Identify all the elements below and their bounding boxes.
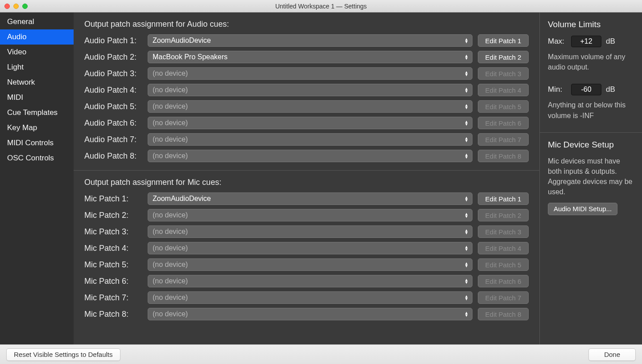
mic-patch-device-select-6[interactable]: (no device)▲▼ <box>148 275 472 287</box>
mic-patch-device-value-3: (no device) <box>153 228 188 236</box>
window-close-button[interactable] <box>4 4 10 9</box>
sidebar-item-cue-templates[interactable]: Cue Templates <box>0 105 74 120</box>
audio-patch-device-value-5: (no device) <box>153 102 188 110</box>
mic-patch-device-value-1: ZoomAudioDevice <box>153 195 211 203</box>
audio-patch-device-select-2[interactable]: MacBook Pro Speakers▲▼ <box>148 51 472 63</box>
window-title: Untitled Workspace 1 — Settings <box>0 3 642 10</box>
stepper-icon: ▲▼ <box>464 153 468 159</box>
sidebar-item-midi-controls[interactable]: MIDI Controls <box>0 135 74 151</box>
footer: Reset Visible Settings to Defaults Done <box>0 344 642 364</box>
audio-patch-row-8: Audio Patch 8:(no device)▲▼Edit Patch 8 <box>84 150 529 162</box>
mic-patch-label-8: Mic Patch 8: <box>84 310 142 319</box>
mic-patch-label-1: Mic Patch 1: <box>84 194 142 204</box>
stepper-icon: ▲▼ <box>464 278 468 284</box>
audio-patch-label-7: Audio Patch 7: <box>84 135 142 144</box>
mic-patch-edit-button-6: Edit Patch 6 <box>478 275 529 287</box>
audio-patch-label-6: Audio Patch 6: <box>84 119 142 128</box>
sidebar-item-audio[interactable]: Audio <box>0 29 74 45</box>
stepper-icon: ▲▼ <box>464 295 468 300</box>
audio-patch-label-4: Audio Patch 4: <box>84 86 142 95</box>
volume-max-label: Max: <box>548 37 567 46</box>
mic-patch-row-5: Mic Patch 5:(no device)▲▼Edit Patch 5 <box>84 258 529 271</box>
right-panel: Volume Limits Max: dB Maximum volume of … <box>539 12 642 344</box>
audio-patch-edit-button-5: Edit Patch 5 <box>478 100 529 113</box>
audio-patch-row-7: Audio Patch 7:(no device)▲▼Edit Patch 7 <box>84 133 529 146</box>
mic-patch-label-5: Mic Patch 5: <box>84 260 142 270</box>
audio-patch-device-select-1[interactable]: ZoomAudioDevice▲▼ <box>148 34 472 47</box>
mic-patch-device-value-8: (no device) <box>153 310 188 318</box>
stepper-icon: ▲▼ <box>464 104 468 109</box>
stepper-icon: ▲▼ <box>464 245 468 251</box>
mic-section-title: Output patch assignment for Mic cues: <box>84 178 529 187</box>
mic-patch-label-6: Mic Patch 6: <box>84 277 142 286</box>
mic-patch-device-select-7[interactable]: (no device)▲▼ <box>148 291 472 304</box>
mic-patch-label-3: Mic Patch 3: <box>84 227 142 237</box>
mic-setup-title: Mic Device Setup <box>548 140 634 150</box>
reset-defaults-button[interactable]: Reset Visible Settings to Defaults <box>6 348 120 361</box>
audio-section-title: Output patch assignment for Audio cues: <box>84 20 529 29</box>
window-minimize-button[interactable] <box>13 4 19 9</box>
done-button[interactable]: Done <box>588 348 636 361</box>
mic-patch-device-select-8[interactable]: (no device)▲▼ <box>148 308 472 320</box>
mic-patch-row-1: Mic Patch 1:ZoomAudioDevice▲▼Edit Patch … <box>84 192 529 205</box>
section-divider <box>74 170 539 171</box>
mic-patch-device-value-4: (no device) <box>153 244 188 252</box>
audio-patch-device-select-7[interactable]: (no device)▲▼ <box>148 133 472 146</box>
audio-patch-device-value-6: (no device) <box>153 119 188 127</box>
mic-patch-device-select-3[interactable]: (no device)▲▼ <box>148 225 472 238</box>
audio-patch-device-select-6[interactable]: (no device)▲▼ <box>148 117 472 129</box>
sidebar-item-general[interactable]: General <box>0 14 74 29</box>
volume-min-input[interactable] <box>571 84 601 95</box>
audio-patch-edit-button-7: Edit Patch 7 <box>478 133 529 146</box>
mic-patch-device-select-2[interactable]: (no device)▲▼ <box>148 209 472 221</box>
stepper-icon: ▲▼ <box>464 229 468 234</box>
mic-patch-label-2: Mic Patch 2: <box>84 211 142 220</box>
mic-patch-device-select-4[interactable]: (no device)▲▼ <box>148 242 472 254</box>
mic-patch-row-6: Mic Patch 6:(no device)▲▼Edit Patch 6 <box>84 275 529 287</box>
mic-patch-row-2: Mic Patch 2:(no device)▲▼Edit Patch 2 <box>84 209 529 221</box>
window-zoom-button[interactable] <box>22 4 28 9</box>
sidebar-item-light[interactable]: Light <box>0 60 74 75</box>
sidebar-item-key-map[interactable]: Key Map <box>0 120 74 135</box>
audio-patch-device-select-4[interactable]: (no device)▲▼ <box>148 84 472 96</box>
audio-patch-device-select-5[interactable]: (no device)▲▼ <box>148 100 472 113</box>
audio-patch-edit-button-2[interactable]: Edit Patch 2 <box>478 51 529 63</box>
audio-patch-edit-button-3: Edit Patch 3 <box>478 67 529 80</box>
titlebar: Untitled Workspace 1 — Settings <box>0 0 642 12</box>
right-panel-divider <box>540 132 642 133</box>
audio-patch-row-6: Audio Patch 6:(no device)▲▼Edit Patch 6 <box>84 117 529 129</box>
mic-patch-edit-button-2: Edit Patch 2 <box>478 209 529 221</box>
audio-patch-edit-button-1[interactable]: Edit Patch 1 <box>478 34 529 47</box>
main-area: Output patch assignment for Audio cues: … <box>74 12 642 344</box>
audio-patch-edit-button-8: Edit Patch 8 <box>478 150 529 162</box>
mic-patch-device-select-1[interactable]: ZoomAudioDevice▲▼ <box>148 192 472 205</box>
sidebar-item-network[interactable]: Network <box>0 75 74 90</box>
mic-patch-device-select-5[interactable]: (no device)▲▼ <box>148 258 472 271</box>
sidebar-item-midi[interactable]: MIDI <box>0 90 74 105</box>
audio-patch-device-value-3: (no device) <box>153 70 188 78</box>
audio-patch-device-select-8[interactable]: (no device)▲▼ <box>148 150 472 162</box>
mic-patch-edit-button-3: Edit Patch 3 <box>478 225 529 238</box>
audio-patch-device-value-7: (no device) <box>153 135 188 143</box>
audio-patch-row-3: Audio Patch 3:(no device)▲▼Edit Patch 3 <box>84 67 529 80</box>
mic-patch-edit-button-1[interactable]: Edit Patch 1 <box>478 192 529 205</box>
mic-patch-row-7: Mic Patch 7:(no device)▲▼Edit Patch 7 <box>84 291 529 304</box>
audio-patch-row-4: Audio Patch 4:(no device)▲▼Edit Patch 4 <box>84 84 529 96</box>
volume-max-input[interactable] <box>571 36 601 47</box>
audio-patch-row-2: Audio Patch 2:MacBook Pro Speakers▲▼Edit… <box>84 51 529 63</box>
window-body: GeneralAudioVideoLightNetworkMIDICue Tem… <box>0 12 642 344</box>
stepper-icon: ▲▼ <box>464 87 468 93</box>
sidebar-item-osc-controls[interactable]: OSC Controls <box>0 151 74 166</box>
audio-patch-label-2: Audio Patch 2: <box>84 53 142 62</box>
audio-midi-setup-button[interactable]: Audio MIDI Setup... <box>548 203 617 215</box>
audio-patch-device-select-3[interactable]: (no device)▲▼ <box>148 67 472 80</box>
mic-patch-device-value-2: (no device) <box>153 211 188 219</box>
stepper-icon: ▲▼ <box>464 311 468 317</box>
center-pane: Output patch assignment for Audio cues: … <box>74 12 539 344</box>
stepper-icon: ▲▼ <box>464 137 468 142</box>
volume-max-row: Max: dB <box>548 36 634 47</box>
stepper-icon: ▲▼ <box>464 262 468 267</box>
audio-patch-label-3: Audio Patch 3: <box>84 69 142 78</box>
sidebar: GeneralAudioVideoLightNetworkMIDICue Tem… <box>0 12 74 344</box>
sidebar-item-video[interactable]: Video <box>0 45 74 60</box>
